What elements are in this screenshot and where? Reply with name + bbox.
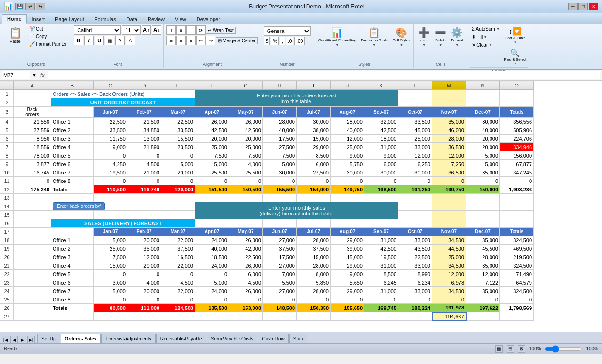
cell-A10[interactable]: 16,745 bbox=[14, 168, 51, 177]
cell-G10[interactable]: 25,500 bbox=[229, 168, 263, 177]
normal-view-btn[interactable]: ▦ bbox=[495, 345, 503, 353]
cell-E5[interactable]: 33,500 bbox=[161, 126, 195, 135]
cell-O24[interactable]: 324,500 bbox=[500, 287, 534, 295]
cell-O8[interactable]: 156,000 bbox=[500, 151, 534, 160]
cell-F21[interactable]: 24,000 bbox=[195, 261, 229, 270]
cell-D26[interactable]: 111,000 bbox=[127, 304, 161, 312]
fill-button[interactable]: ⬇ Fill ▼ bbox=[470, 33, 502, 40]
tab-view[interactable]: View bbox=[170, 14, 191, 24]
cell-M23[interactable]: 6,978 bbox=[432, 278, 466, 287]
cell-H22[interactable]: 7,000 bbox=[263, 270, 297, 278]
cell-O7[interactable]: 334,946 bbox=[500, 143, 534, 151]
cell-I10[interactable]: 27,500 bbox=[297, 168, 331, 177]
cell-O21[interactable]: 324,500 bbox=[500, 261, 534, 270]
cell-A5[interactable]: 27,556 bbox=[14, 126, 51, 135]
cell-E7[interactable]: 23,500 bbox=[161, 143, 195, 151]
cell-M10[interactable]: 36,500 bbox=[432, 168, 466, 177]
cell-G11[interactable]: 0 bbox=[229, 177, 263, 185]
cell-I18[interactable]: 28,000 bbox=[297, 236, 331, 245]
cell-B26[interactable]: Totals bbox=[51, 304, 94, 312]
cell-D21[interactable]: 20,000 bbox=[127, 261, 161, 270]
cell-L21[interactable]: 33,000 bbox=[398, 261, 432, 270]
cell-B9[interactable]: Office 6 bbox=[51, 160, 94, 168]
cell-K4[interactable]: 32,000 bbox=[364, 118, 398, 126]
cell-L12[interactable]: 191,250 bbox=[398, 185, 432, 194]
format-as-table-button[interactable]: 📋 Format as Table ▼ bbox=[359, 25, 389, 48]
cell-B25[interactable]: Office 8 bbox=[51, 295, 94, 304]
cell-A21[interactable] bbox=[14, 261, 51, 270]
cell-F11[interactable]: 0 bbox=[195, 177, 229, 185]
cell-D20[interactable]: 12,000 bbox=[127, 253, 161, 261]
merge-center-button[interactable]: ⊞ Merge & Center bbox=[216, 37, 258, 44]
cell-M14[interactable] bbox=[432, 202, 466, 211]
cell-O18[interactable]: 324,500 bbox=[500, 236, 534, 245]
cell-E27[interactable] bbox=[161, 312, 195, 321]
cell-G25[interactable]: 0 bbox=[229, 295, 263, 304]
cell-C13[interactable] bbox=[94, 194, 127, 202]
cell-C26[interactable]: 80,500 bbox=[94, 304, 127, 312]
cell-O25[interactable]: 0 bbox=[500, 295, 534, 304]
cell-L25[interactable]: 0 bbox=[398, 295, 432, 304]
cell-G7[interactable]: 25,000 bbox=[229, 143, 263, 151]
col-header-G[interactable]: G bbox=[229, 81, 263, 90]
row-header-25[interactable]: 25 bbox=[0, 295, 14, 304]
cell-O26[interactable]: 1,798,569 bbox=[500, 304, 534, 312]
cell-G13[interactable] bbox=[229, 194, 263, 202]
cell-D8[interactable]: 0 bbox=[127, 151, 161, 160]
insert-button[interactable]: ➕ Insert ▼ bbox=[417, 25, 431, 48]
cell-O1[interactable] bbox=[500, 90, 534, 98]
cell-H6[interactable]: 17,500 bbox=[263, 135, 297, 143]
cell-H25[interactable]: 0 bbox=[263, 295, 297, 304]
sheet-tab-sum[interactable]: Sum bbox=[289, 334, 308, 343]
cell-C18[interactable]: 15,000 bbox=[94, 236, 127, 245]
cell-I20[interactable]: 15,000 bbox=[297, 253, 331, 261]
cell-N1[interactable] bbox=[466, 90, 500, 98]
cell-N27[interactable] bbox=[466, 312, 500, 321]
formula-input[interactable] bbox=[48, 71, 600, 79]
cell-O11[interactable]: 0 bbox=[500, 177, 534, 185]
cell-O22[interactable]: 71,490 bbox=[500, 270, 534, 278]
cell-O10[interactable]: 347,245 bbox=[500, 168, 534, 177]
cell-M4[interactable]: 35,000 bbox=[432, 118, 466, 126]
cell-E11[interactable]: 0 bbox=[161, 177, 195, 185]
cell-B27[interactable] bbox=[51, 312, 94, 321]
cell-O15[interactable] bbox=[500, 211, 534, 219]
cell-I26[interactable]: 150,350 bbox=[297, 304, 331, 312]
row-header-12[interactable]: 12 bbox=[0, 185, 14, 194]
cell-C17[interactable]: Jan-07 bbox=[94, 228, 127, 236]
cell-M6[interactable]: 28,000 bbox=[432, 135, 466, 143]
bold-button[interactable]: B bbox=[74, 36, 83, 45]
cell-J6[interactable]: 12,000 bbox=[331, 135, 364, 143]
cell-B18[interactable]: Office 1 bbox=[51, 236, 94, 245]
cell-G24[interactable]: 26,000 bbox=[229, 287, 263, 295]
cell-I11[interactable]: 0 bbox=[297, 177, 331, 185]
cell-N3[interactable]: Dec-07 bbox=[466, 107, 500, 118]
cell-K13[interactable] bbox=[364, 194, 398, 202]
cell-B3[interactable] bbox=[51, 107, 94, 118]
cell-D19[interactable]: 35,000 bbox=[127, 245, 161, 253]
cell-K9[interactable]: 6,000 bbox=[364, 160, 398, 168]
cell-C7[interactable]: 19,000 bbox=[94, 143, 127, 151]
page-break-view-btn[interactable]: ⊠ bbox=[518, 345, 525, 353]
cell-K17[interactable]: Sep-07 bbox=[364, 228, 398, 236]
cell-A8[interactable]: 78,000 bbox=[14, 151, 51, 160]
cell-O13[interactable] bbox=[500, 194, 534, 202]
cell-G18[interactable]: 26,000 bbox=[229, 236, 263, 245]
cell-I7[interactable]: 29,000 bbox=[297, 143, 331, 151]
cell-E3[interactable]: Mar-07 bbox=[161, 107, 195, 118]
cell-L2[interactable] bbox=[398, 98, 432, 107]
cell-O23[interactable]: 64,579 bbox=[500, 278, 534, 287]
cell-F6[interactable]: 20,000 bbox=[195, 135, 229, 143]
cell-F23[interactable]: 5,000 bbox=[195, 278, 229, 287]
cell-G20[interactable]: 22,500 bbox=[229, 253, 263, 261]
cell-H24[interactable]: 27,000 bbox=[263, 287, 297, 295]
col-header-E[interactable]: E bbox=[161, 81, 195, 90]
sheet-tab-cashflow[interactable]: Cash Flow bbox=[258, 334, 288, 343]
cell-C8[interactable]: 0 bbox=[94, 151, 127, 160]
cell-O2[interactable] bbox=[500, 98, 534, 107]
cell-N25[interactable]: 0 bbox=[466, 295, 500, 304]
row-header-3[interactable]: 3 bbox=[0, 107, 14, 118]
cell-L13[interactable] bbox=[398, 194, 432, 202]
cell-J23[interactable]: 5,650 bbox=[331, 278, 364, 287]
cell-O17[interactable]: Totals bbox=[500, 228, 534, 236]
